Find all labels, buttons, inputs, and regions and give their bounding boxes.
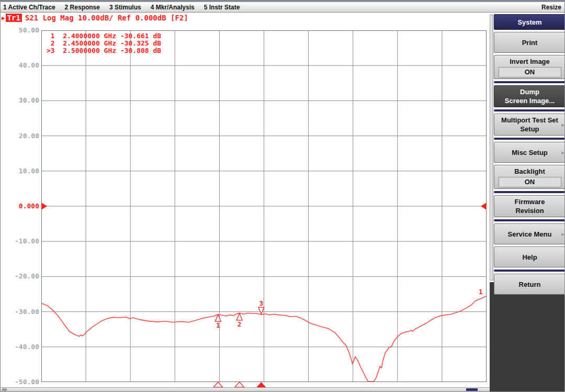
reference-triangle-right-icon <box>481 203 487 210</box>
submenu-arrow-icon: ▸ <box>561 148 564 157</box>
y-axis-reference-label: 0.000 <box>2 202 39 210</box>
softkey-label: Invert Image <box>510 57 550 66</box>
y-axis-label: -10.00 <box>2 237 39 245</box>
y-axis-label: -40.00 <box>2 343 39 351</box>
softkey-label: System <box>517 18 541 27</box>
measurement-plot: 1231 <box>41 30 487 392</box>
marker-readout: 1 2.4000000 GHz -30.661 dB 2 2.4500000 G… <box>47 32 161 54</box>
softkey-label: Help <box>522 253 537 262</box>
stimulus-marker-2-icon <box>235 382 244 387</box>
y-axis-label: 20.00 <box>2 132 39 140</box>
menubar: 1 Active Ch/Trace2 Response3 Stimulus4 M… <box>1 2 564 13</box>
marker-1-number: 1 <box>216 322 220 329</box>
softkey-separator <box>494 81 565 83</box>
softkey-multiport-test-set[interactable]: Multiport Test SetSetup▸ <box>494 114 565 136</box>
softkey-return[interactable]: Return <box>494 274 565 295</box>
menubar-items: 1 Active Ch/Trace2 Response3 Stimulus4 M… <box>1 4 240 11</box>
marker-2-number: 2 <box>238 321 241 328</box>
softkey-service-menu[interactable]: Service Menu▸ <box>494 223 565 244</box>
softkey-invert-image[interactable]: Invert ImageON <box>494 55 565 79</box>
softkey-label: Misc Setup <box>512 148 548 157</box>
menu-item-1[interactable]: 1 Active Ch/Trace <box>3 4 55 11</box>
softkey-system[interactable]: System <box>494 14 565 30</box>
marker-3-number: 3 <box>259 300 263 307</box>
softkey-separator <box>494 219 565 221</box>
y-axis-label: -20.00 <box>2 272 39 281</box>
y-axis-label: 10.00 <box>2 167 39 175</box>
y-axis-label: 30.00 <box>2 96 39 105</box>
status-bar <box>1 387 490 391</box>
instrument-screen: 1 Active Ch/Trace2 Response3 Stimulus4 M… <box>0 0 565 392</box>
trace-badge[interactable]: Tr1 <box>6 14 22 22</box>
softkey-label: Print <box>522 38 538 47</box>
softkey-dump[interactable]: DumpScreen Image... <box>494 85 565 107</box>
softkey-label: Backlight <box>514 167 545 176</box>
stimulus-marker-1-icon <box>213 382 223 387</box>
softkey-separator <box>494 270 565 272</box>
softkey-separator <box>494 191 565 193</box>
softkey-print[interactable]: Print <box>494 32 565 53</box>
softkey-toggle-state: ON <box>499 67 561 77</box>
softkey-separator <box>494 138 565 140</box>
marker-readout-row-1: 1 2.4000000 GHz -30.661 dB <box>47 32 161 40</box>
softkey-firmware[interactable]: FirmwareRevision <box>494 195 565 217</box>
softkey-label: Revision <box>515 206 544 215</box>
status-bar-chip <box>466 388 478 391</box>
menu-item-2[interactable]: 2 Response <box>65 4 100 11</box>
submenu-arrow-icon: ▸ <box>561 230 564 239</box>
sidebar-track <box>490 15 493 281</box>
softkey-sidebar: SystemPrintInvert ImageONDumpScreen Imag… <box>490 12 565 392</box>
softkey-buttons: SystemPrintInvert ImageONDumpScreen Imag… <box>494 14 565 297</box>
marker-3-icon <box>258 307 264 314</box>
softkey-label: Dump <box>520 87 539 96</box>
trace-header-text: S21 Log Mag 10.00dB/ Ref 0.000dB [F2] <box>25 14 188 22</box>
sidebar-dark-fill <box>490 282 565 392</box>
reference-triangle-left-icon <box>41 203 47 210</box>
y-axis-label: -50.00 <box>2 378 39 386</box>
softkey-misc-setup[interactable]: Misc Setup▸ <box>494 142 565 163</box>
softkey-help[interactable]: Help <box>494 247 565 267</box>
status-bar-nub <box>2 388 7 391</box>
softkey-label: Screen Image... <box>505 96 555 105</box>
y-axis-label: 40.00 <box>2 61 39 70</box>
softkey-label: Firmware <box>515 197 545 206</box>
menu-item-3[interactable]: 3 Stimulus <box>109 4 141 11</box>
marker-readout-row-2: 2 2.4500000 GHz -30.325 dB <box>47 40 161 47</box>
resize-button[interactable]: Resize <box>541 4 564 11</box>
softkey-label: Multiport Test Set <box>501 116 558 125</box>
y-axis-label: 50.00 <box>2 26 39 35</box>
y-axis-label: -30.00 <box>2 308 39 316</box>
trace-number-label: 1 <box>479 288 483 296</box>
trace-header: ▶ Tr1 S21 Log Mag 10.00dB/ Ref 0.000dB [… <box>2 14 188 22</box>
softkey-label: Setup <box>520 125 539 133</box>
marker-2-icon <box>236 313 242 320</box>
softkey-label: Service Menu <box>508 230 552 239</box>
softkey-toggle-state: ON <box>499 177 561 187</box>
menu-item-4[interactable]: 4 Mkr/Analysis <box>151 4 195 11</box>
menu-item-5[interactable]: 5 Instr State <box>204 4 240 11</box>
marker-readout-row-3: >3 2.5000000 GHz -30.808 dB <box>47 47 161 54</box>
active-trace-arrow-icon: ▶ <box>2 15 5 21</box>
softkey-label: Return <box>519 280 541 289</box>
softkey-backlight[interactable]: BacklightON <box>494 165 565 189</box>
softkey-separator <box>494 109 565 111</box>
submenu-arrow-icon: ▸ <box>561 120 564 129</box>
